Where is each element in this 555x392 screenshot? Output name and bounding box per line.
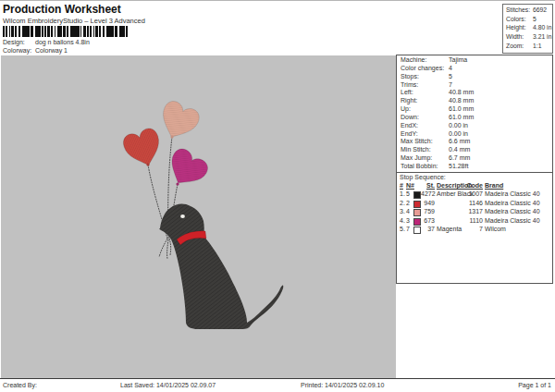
stat-height: Height:4.80 in xyxy=(506,24,552,33)
stat-width: Width:3.21 in xyxy=(506,33,552,43)
colorway-label: Colorway: xyxy=(3,47,31,54)
machine-info-panel: Machine:Tajima Color changes:4 Stops:5 T… xyxy=(396,55,553,284)
barcode-icon xyxy=(3,26,129,37)
stat-colors: Colors:5 xyxy=(506,16,552,25)
machine-row: Max Jump:6.7 mm xyxy=(397,154,552,163)
dog-silhouette xyxy=(159,204,283,329)
design-stats-box: Stitches:6692 Colors:5 Height:4.80 in Wi… xyxy=(502,4,553,54)
thread-swatch xyxy=(413,218,421,226)
colorway-name: Colorway 1 xyxy=(35,47,68,54)
heart-balloon-beige xyxy=(154,98,202,144)
stat-zoom: Zoom:1:1 xyxy=(506,43,552,52)
balloon-knot-red xyxy=(146,163,149,165)
last-saved-timestamp: Last Saved: 14/01/2025 02.09.07 xyxy=(120,382,216,388)
thread-swatch xyxy=(413,201,421,208)
page-number: Page 1 of 1 xyxy=(518,382,551,388)
design-canvas xyxy=(1,55,396,378)
thread-swatch xyxy=(413,227,421,234)
machine-row: Trims:7 xyxy=(397,81,552,90)
embroidery-design xyxy=(1,55,396,378)
heart-balloon-red xyxy=(121,126,166,170)
stop-sequence-title: Stop Sequence: xyxy=(400,174,446,180)
machine-row: Left:40.8 mm xyxy=(397,89,552,97)
machine-row: Color changes:4 xyxy=(397,65,552,73)
machine-row: Total Bobbin:51.28ft xyxy=(397,163,552,171)
machine-settings-list: Machine:Tajima Color changes:4 Stops:5 T… xyxy=(397,56,552,171)
machine-row: Up:61.0 mm xyxy=(397,105,552,114)
machine-row: Max Stitch:6.6 mm xyxy=(397,138,552,146)
balloon-knot-beige xyxy=(170,135,173,138)
machine-row: Machine:Tajima xyxy=(397,56,552,65)
software-subtitle: Wilcom EmbroideryStudio – Level 3 Advanc… xyxy=(3,17,145,25)
stop-sequence-row: 4.36731110Madeira Classic 40 xyxy=(397,217,552,226)
page-footer: Created By: Last Saved: 14/01/2025 02.09… xyxy=(0,378,555,392)
stop-sequence-row: 1.54272Amber Black1007Madeira Classic 40 xyxy=(397,190,552,199)
stop-sequence-row: 2.29491146Madeira Classic 40 xyxy=(397,200,552,208)
thread-swatch xyxy=(413,191,421,199)
created-by-label: Created By: xyxy=(3,382,37,388)
machine-row: Min Stitch:0.4 mm xyxy=(397,146,552,154)
panel-divider xyxy=(397,172,552,173)
machine-row: Stops:5 xyxy=(397,73,552,81)
design-name: dog n ballons 4.8in xyxy=(35,39,90,45)
stop-sequence-row: 3.47591317Madeira Classic 40 xyxy=(397,208,552,216)
machine-row: EndY:0.00 in xyxy=(397,130,552,139)
page-title: Production Worksheet xyxy=(3,3,121,16)
design-label: Design: xyxy=(3,39,25,45)
thread-swatch xyxy=(413,209,421,216)
printed-timestamp: Printed: 14/01/2025 02.09.10 xyxy=(301,382,384,388)
machine-row: Right:40.8 mm xyxy=(397,97,552,105)
machine-row: EndX:0.00 in xyxy=(397,122,552,130)
stop-sequence-header: # N# St. Description Code Brand xyxy=(397,182,552,190)
dog-eye xyxy=(180,214,185,218)
machine-row: Down:61.0 mm xyxy=(397,114,552,122)
production-worksheet-page: Production Worksheet Wilcom EmbroiderySt… xyxy=(0,0,555,392)
stat-stitches: Stitches:6692 xyxy=(506,6,552,16)
stop-sequence-row: 5.737Magenta7Wilcom xyxy=(397,226,552,234)
balloon-knot-magenta xyxy=(176,182,179,185)
